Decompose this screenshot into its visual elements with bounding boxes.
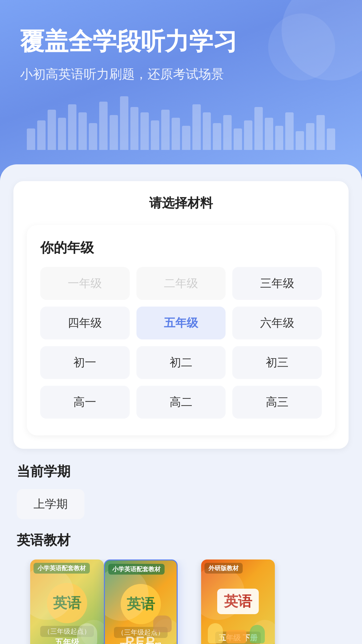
grade-button-g4[interactable]: 四年级 (40, 307, 130, 339)
book3-figure2 (250, 625, 265, 643)
textbook-section-label: 英语教材 (17, 531, 345, 549)
select-material-card: 请选择材料 你的年级 一年级 二年级 三年级 四年级 五年级 六年级 初一 初二… (13, 181, 349, 449)
grade-section-label: 你的年级 (40, 238, 322, 257)
textbook-cover-b3: 外研版教材 英语 五年级 下册 (201, 559, 275, 644)
textbook-cover-b1: 小学英语配套教材 英语 （三年级起点） 五年级 下册 (30, 559, 104, 644)
content-area: 请选择材料 你的年级 一年级 二年级 三年级 四年级 五年级 六年级 初一 初二… (0, 164, 362, 644)
book3-scene (208, 616, 268, 643)
hero-decoration-circle-2 (268, 13, 335, 80)
semester-btn-upper[interactable]: 上学期 (17, 489, 84, 519)
grade-button-j1[interactable]: 初一 (40, 346, 130, 379)
grade-button-g5[interactable]: 五年级 (136, 307, 226, 339)
textbook-item-b3[interactable]: 外研版教材 英语 五年级 下册 (198, 559, 278, 644)
grade-button-j2[interactable]: 初二 (136, 346, 226, 379)
book3-publisher-tag: 外研版教材 (204, 563, 243, 574)
book2-animal-figure (153, 615, 172, 632)
book3-desk (226, 630, 246, 643)
grade-button-g1[interactable]: 一年级 (40, 267, 130, 300)
book1-grade-volume: 五年级 下册 (55, 637, 79, 644)
book1-grade: 五年级 (55, 637, 79, 644)
select-material-title: 请选择材料 (27, 195, 335, 212)
book3-figure1 (208, 623, 223, 643)
grade-button-j3[interactable]: 初三 (232, 346, 322, 379)
grade-button-s1[interactable]: 高一 (40, 386, 130, 419)
book2-pep-text: PEP (125, 634, 156, 644)
hero-section: 覆盖全学段听力学习 小初高英语听力刷题，还原考试场景 (0, 0, 362, 174)
grade-button-s2[interactable]: 高二 (136, 386, 226, 419)
semester-section: 当前学期 上学期 (13, 462, 349, 519)
book2-publisher-tag: 小学英语配套教材 (108, 564, 165, 575)
textbook-row: 小学英语配套教材 英语 （三年级起点） 五年级 下册 (17, 559, 345, 644)
semester-section-label: 当前学期 (17, 462, 345, 481)
book1-publisher-tag: 小学英语配套教材 (34, 563, 90, 574)
textbook-item-b2[interactable]: 小学英语配套教材 英语 （三年级起点） 五年级 下册 PEP (101, 559, 181, 644)
grade-button-g6[interactable]: 六年级 (232, 307, 322, 339)
grade-button-g2[interactable]: 二年级 (136, 267, 226, 300)
grade-button-g3[interactable]: 三年级 (232, 267, 322, 300)
textbook-item-b1[interactable]: 小学英语配套教材 英语 （三年级起点） 五年级 下册 (27, 559, 107, 644)
textbook-section: 英语教材 小学英语配套教材 英语 （三年级起点） (13, 531, 349, 644)
textbook-cover-b2: 小学英语配套教材 英语 （三年级起点） 五年级 下册 PEP (104, 559, 178, 644)
semester-btn-row: 上学期 (17, 489, 345, 519)
grade-card: 你的年级 一年级 二年级 三年级 四年级 五年级 六年级 初一 初二 初三 高一… (27, 225, 335, 435)
grade-button-s3[interactable]: 高三 (232, 386, 322, 419)
grade-grid: 一年级 二年级 三年级 四年级 五年级 六年级 初一 初二 初三 高一 高二 高… (40, 267, 322, 419)
waveform-visualization (20, 96, 342, 150)
book1-figure (77, 623, 97, 644)
